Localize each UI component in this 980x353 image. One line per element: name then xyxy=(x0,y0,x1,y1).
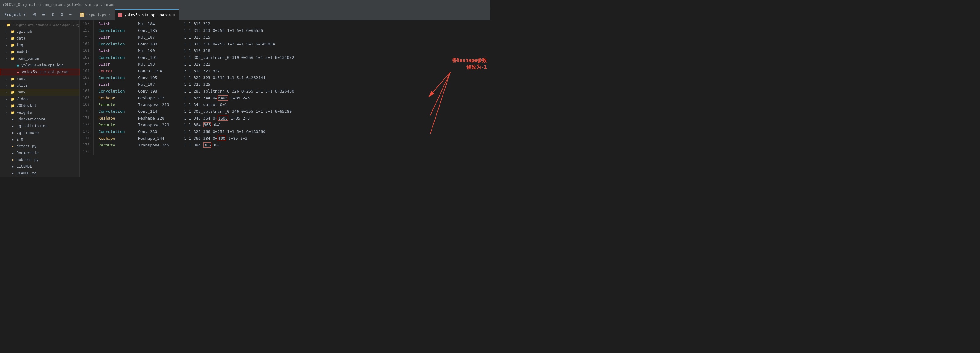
line-number: 175 xyxy=(80,142,93,148)
tab-param[interactable]: P yolov5s-sim-opt.param ✕ xyxy=(115,9,179,20)
list-alt-icon[interactable]: ⇕ xyxy=(49,11,56,18)
sidebar-label: .dockerignore xyxy=(16,117,45,121)
arrow-right: ▸ xyxy=(5,91,10,94)
sidebar-item-gitattributes[interactable]: ▪ .gitattributes xyxy=(0,123,79,129)
toolbar: Project ▾ ⊕ ☰ ⇕ ⚙ − P export.py ✕ P yolo… xyxy=(0,9,490,20)
arrow-right: ▸ xyxy=(5,84,10,87)
line-number: 158 xyxy=(80,27,93,34)
sidebar-item-param-selected[interactable]: ▪ yolov5s-sim-opt.param xyxy=(0,69,79,75)
sidebar-item-weights[interactable]: ▸ 📁 weights xyxy=(0,109,79,116)
tab-bar: P export.py ✕ P yolov5s-sim-opt.param ✕ xyxy=(77,9,488,20)
code-type: Reshape xyxy=(93,94,133,101)
table-row: 158 Convolution Conv_185 1 1 312 313 0=2… xyxy=(80,27,490,34)
sidebar-item-gitignore[interactable]: ▪ .gitignore xyxy=(0,129,79,136)
sidebar-label: runs xyxy=(16,77,25,81)
sidebar-item-data[interactable]: ▸ 📁 data xyxy=(0,35,79,42)
sidebar: ▾ 📁 YOLOV5_Original E:\graduate_student\… xyxy=(0,20,80,177)
code-params: 1 1 319 321 xyxy=(179,61,490,67)
folder-icon: 📁 xyxy=(10,103,15,108)
highlight-365: 365 xyxy=(203,122,212,128)
tab-export-close[interactable]: ✕ xyxy=(108,13,111,16)
sidebar-item-20[interactable]: ▪ 2.0' xyxy=(0,136,79,143)
sidebar-item-venv[interactable]: ▸ 📁 venv xyxy=(0,89,79,96)
line-number: 162 xyxy=(80,54,93,61)
sidebar-item-utils[interactable]: ▸ 📁 utils xyxy=(0,82,79,89)
folder-icon: 📁 xyxy=(10,50,15,54)
breadcrumb-item-2: ncnn_param xyxy=(40,2,62,7)
sidebar-item-license[interactable]: ▪ LICENSE xyxy=(0,163,79,170)
gear-icon[interactable]: ⚙ xyxy=(58,11,65,18)
code-type: Convolution xyxy=(93,128,133,135)
minus-icon[interactable]: − xyxy=(67,11,73,18)
sidebar-label: yolov5s-sim-opt.bin xyxy=(21,63,64,67)
table-row: 171 Reshape Reshape_228 1 1 346 364 0=16… xyxy=(80,115,490,121)
sidebar-item-img[interactable]: ▸ 📁 img xyxy=(0,42,79,48)
sidebar-item-detect[interactable]: ▪ detect.py xyxy=(0,143,79,150)
folder-icon: 📁 xyxy=(10,36,15,41)
sidebar-label: .gitattributes xyxy=(16,124,48,128)
code-editor[interactable]: 157 Swish Mul_184 1 1 310 312 158 Convol… xyxy=(80,20,490,177)
arrow-right: ▸ xyxy=(5,43,10,47)
code-name: Conv_191 xyxy=(133,54,179,61)
arrow-right: ▸ xyxy=(5,104,10,107)
line-number: 165 xyxy=(80,74,93,81)
table-row: 174 Reshape Reshape_244 1 1 366 384 0=40… xyxy=(80,135,490,142)
sidebar-item-bin[interactable]: ■ yolov5s-sim-opt.bin xyxy=(0,62,79,69)
sidebar-item-github[interactable]: ▸ 📁 .github xyxy=(0,28,79,35)
table-row: 170 Convolution Conv_214 1 1 305_splitnc… xyxy=(80,108,490,115)
param-file-icon: ▪ xyxy=(16,70,21,75)
arrow-right: ▸ xyxy=(5,30,10,34)
code-empty xyxy=(93,148,490,155)
code-params: 1 1 322 323 0=512 1=1 5=1 6=262144 xyxy=(179,74,490,81)
highlight-400: 400 xyxy=(218,136,226,141)
folder-icon: 📁 xyxy=(6,22,11,27)
tab-export[interactable]: P export.py ✕ xyxy=(77,9,115,20)
code-type: Reshape xyxy=(93,115,133,121)
list-icon[interactable]: ☰ xyxy=(40,11,48,18)
sidebar-label: detect.py xyxy=(16,144,37,148)
sidebar-item-readme[interactable]: ▪ README.md xyxy=(0,170,79,177)
sidebar-item-vocdevkit[interactable]: ▸ 📁 VOCdevkit xyxy=(0,102,79,109)
tab-param-close[interactable]: ✕ xyxy=(173,13,176,16)
table-row: 166 Swish Mul_197 1 1 323 325 xyxy=(80,81,490,88)
line-number: 157 xyxy=(80,20,93,27)
code-params: 1 1 364 365 0=1 xyxy=(179,121,490,128)
sidebar-label: weights xyxy=(16,110,32,115)
globe-icon[interactable]: ⊕ xyxy=(31,11,38,18)
sidebar-item-dockerfile[interactable]: ▪ Dockerfile xyxy=(0,150,79,156)
py-file-icon: ▪ xyxy=(10,157,15,162)
sidebar-item-models[interactable]: ▸ 📁 models xyxy=(0,48,79,55)
code-name: Mul_190 xyxy=(133,47,179,54)
code-name: Conv_185 xyxy=(133,27,179,34)
sidebar-item-dockerignore[interactable]: ▪ .dockerignore xyxy=(0,116,79,123)
file-icon: ▪ xyxy=(10,130,15,135)
sidebar-label: .github xyxy=(16,29,32,34)
project-label[interactable]: Project ▾ xyxy=(2,11,27,18)
code-type: Convolution xyxy=(93,88,133,94)
code-type: Convolution xyxy=(93,74,133,81)
code-name: Mul_197 xyxy=(133,81,179,88)
file-icon: ▪ xyxy=(10,164,15,169)
toolbar-icons: ⊕ ☰ ⇕ ⚙ − xyxy=(31,11,73,18)
line-number: 173 xyxy=(80,128,93,135)
table-row: 169 Permute Transpose_213 1 1 344 output… xyxy=(80,101,490,108)
sidebar-item-yolov5[interactable]: ▾ 📁 YOLOV5_Original E:\graduate_student\… xyxy=(0,21,79,28)
table-row: 176 xyxy=(80,148,490,155)
sidebar-item-hubconf[interactable]: ▪ hubconf.py xyxy=(0,156,79,163)
bin-file-icon: ■ xyxy=(15,63,20,68)
line-number: 167 xyxy=(80,88,93,94)
sidebar-item-ncnn-param[interactable]: ▾ 📁 ncnn_param xyxy=(0,55,79,62)
sidebar-item-video[interactable]: ▸ 📁 Video xyxy=(0,96,79,102)
code-params: 1 1 305_splitncnn_0 346 0=255 1=1 5=1 6=… xyxy=(179,108,490,115)
table-row: 168 Reshape Reshape_212 1 1 326 344 0=64… xyxy=(80,94,490,101)
line-number: 159 xyxy=(80,34,93,40)
sidebar-item-runs[interactable]: ▸ 📁 runs xyxy=(0,75,79,82)
code-name: Reshape_212 xyxy=(133,94,179,101)
tab-param-label: yolov5s-sim-opt.param xyxy=(124,13,171,17)
code-name: Reshape_228 xyxy=(133,115,179,121)
file-icon: ▪ xyxy=(10,117,15,121)
code-name: Transpose_229 xyxy=(133,121,179,128)
code-name: Conv_188 xyxy=(133,40,179,47)
code-name: Mul_184 xyxy=(133,20,179,27)
param-file-icon: P xyxy=(118,13,123,17)
